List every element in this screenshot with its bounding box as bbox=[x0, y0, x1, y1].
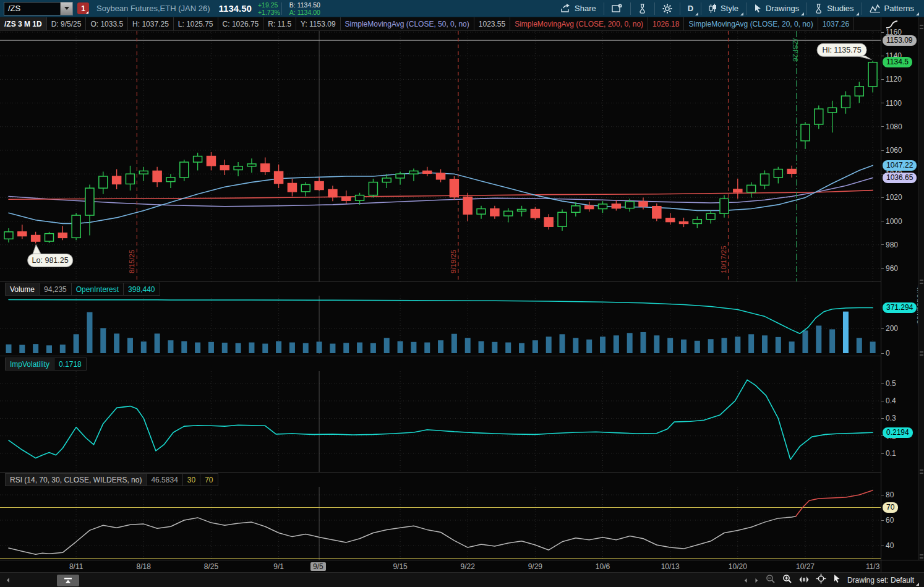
drawings-button[interactable]: Drawings bbox=[748, 0, 805, 17]
volume-label[interactable]: Volume bbox=[6, 283, 40, 295]
date-axis-label[interactable]: 11/3 bbox=[858, 562, 888, 571]
share-label: Share bbox=[575, 4, 596, 13]
news-icon bbox=[612, 4, 623, 14]
date-axis-label[interactable]: 10/6 bbox=[588, 562, 618, 571]
style-button[interactable]: Style bbox=[703, 0, 745, 17]
panel-grip[interactable] bbox=[920, 557, 923, 559]
chart-nav-controls: Drawing set: Default bbox=[743, 573, 924, 586]
axis-style-icon[interactable] bbox=[886, 19, 899, 32]
candle bbox=[463, 193, 472, 221]
date-axis-label[interactable]: 9/15 bbox=[385, 562, 415, 571]
candle-body bbox=[693, 220, 701, 224]
share-icon bbox=[560, 4, 571, 13]
alerts-badge[interactable]: 1 bbox=[77, 2, 89, 14]
date-axis[interactable]: 8/118/188/259/19/59/159/229/2910/610/131… bbox=[0, 560, 924, 572]
alerts-count: 1 bbox=[81, 4, 85, 13]
rsi-label[interactable]: RSI (14, 70, 30, CLOSE, WILDERS, no) bbox=[6, 474, 147, 486]
volume-bar bbox=[816, 325, 821, 353]
page-left-icon[interactable] bbox=[743, 575, 748, 586]
price-chart[interactable]: 8/15/259/19/2510/17/25/ZSF26Lo: 981.25Hi… bbox=[0, 31, 881, 281]
panel-divider[interactable] bbox=[0, 281, 881, 282]
rsi-oversold-value: 30 bbox=[183, 474, 200, 486]
candle-body bbox=[504, 211, 513, 216]
candle bbox=[450, 176, 458, 200]
impvolatility-chart[interactable] bbox=[0, 371, 881, 472]
panel-grip[interactable] bbox=[920, 351, 923, 353]
candle-body bbox=[734, 189, 742, 192]
open-interest-label[interactable]: OpenInterest bbox=[72, 283, 124, 295]
symbol-dropdown-button[interactable] bbox=[60, 2, 72, 15]
impvolatility-value: 0.1718 bbox=[54, 358, 86, 370]
candle bbox=[680, 218, 688, 227]
right-scroll-strip[interactable] bbox=[918, 17, 924, 560]
panel-grip[interactable] bbox=[920, 25, 923, 26]
candle-body bbox=[301, 184, 310, 191]
impvolatility-label[interactable]: ImpVolatility bbox=[6, 358, 54, 370]
candle bbox=[396, 171, 404, 184]
volume-bar bbox=[695, 341, 700, 353]
page-right-icon[interactable] bbox=[755, 575, 759, 586]
rsi-chart[interactable] bbox=[0, 487, 881, 560]
news-button[interactable] bbox=[605, 0, 629, 17]
analyze-button[interactable] bbox=[632, 0, 653, 17]
panel-divider[interactable] bbox=[0, 472, 881, 473]
panel-grip[interactable] bbox=[920, 280, 923, 281]
date-axis-label[interactable]: 8/25 bbox=[196, 562, 226, 571]
date-axis-label[interactable]: 10/27 bbox=[790, 562, 820, 571]
date-axis-label[interactable]: 10/20 bbox=[723, 562, 753, 571]
panel-grip[interactable] bbox=[920, 28, 923, 29]
candle-body bbox=[544, 218, 553, 226]
zoom-in-icon[interactable] bbox=[782, 574, 792, 586]
volume-bar bbox=[303, 343, 309, 353]
date-axis-label[interactable]: 9/22 bbox=[453, 562, 482, 571]
candle-body bbox=[72, 215, 80, 238]
volume-bar bbox=[33, 344, 38, 353]
status-cell: SimpleMovingAvg (CLOSE, 20, 0, no) bbox=[684, 17, 818, 30]
studies-button[interactable]: Studies bbox=[808, 0, 860, 17]
volume-bar bbox=[276, 341, 281, 353]
candle bbox=[706, 210, 715, 223]
panel-grip[interactable] bbox=[920, 354, 923, 356]
share-button[interactable]: Share bbox=[554, 0, 602, 17]
rsi-value: 46.5834 bbox=[147, 474, 182, 486]
volume-bar bbox=[748, 334, 754, 353]
drawing-set-selector[interactable]: Drawing set: Default bbox=[847, 576, 919, 585]
timeframe-button[interactable]: D bbox=[682, 0, 699, 17]
candle-body bbox=[585, 206, 594, 209]
date-axis-label[interactable]: 8/11 bbox=[61, 562, 91, 571]
volume-bar bbox=[843, 312, 849, 353]
volume-bar bbox=[465, 338, 471, 353]
panel-grip[interactable] bbox=[920, 473, 923, 474]
pointer-icon[interactable] bbox=[833, 574, 841, 586]
symbol-value[interactable]: /ZS bbox=[4, 4, 60, 13]
crosshair-icon[interactable] bbox=[816, 573, 826, 586]
patterns-button[interactable]: Patterns bbox=[863, 0, 920, 17]
status-cell: SimpleMovingAvg (CLOSE, 50, 0, no) bbox=[341, 17, 474, 30]
candle bbox=[113, 169, 121, 189]
candle-body bbox=[234, 166, 242, 170]
scroll-left-icon[interactable] bbox=[6, 577, 11, 583]
candle bbox=[855, 82, 863, 103]
volume-chart[interactable] bbox=[0, 296, 881, 354]
divider bbox=[862, 2, 862, 15]
panel-grip[interactable] bbox=[920, 554, 923, 555]
axis-value-bubble: 1134.5 bbox=[883, 57, 912, 67]
panel-divider[interactable] bbox=[0, 356, 881, 356]
symbol-input[interactable]: /ZS bbox=[4, 2, 73, 15]
pan-icon[interactable] bbox=[799, 575, 809, 586]
volume-bar bbox=[533, 340, 538, 353]
axis-value-bubble: 1036.65 bbox=[883, 173, 917, 183]
collapse-panel-button[interactable] bbox=[57, 575, 79, 586]
settings-button[interactable] bbox=[656, 0, 678, 17]
date-axis-label[interactable]: 8/18 bbox=[129, 562, 158, 571]
zoom-out-icon[interactable] bbox=[766, 574, 776, 586]
dropdown-corner-icon bbox=[856, 12, 859, 15]
date-axis-label[interactable]: 9/29 bbox=[520, 562, 550, 571]
date-axis-label[interactable]: 10/13 bbox=[656, 562, 685, 571]
chevron-down-icon bbox=[64, 7, 69, 10]
date-axis-label[interactable]: 9/1 bbox=[264, 562, 294, 571]
volume-bar bbox=[762, 335, 768, 353]
date-axis-label[interactable]: 9/5 bbox=[310, 562, 326, 571]
panel-grip[interactable] bbox=[920, 283, 923, 284]
panel-grip[interactable] bbox=[920, 469, 923, 471]
